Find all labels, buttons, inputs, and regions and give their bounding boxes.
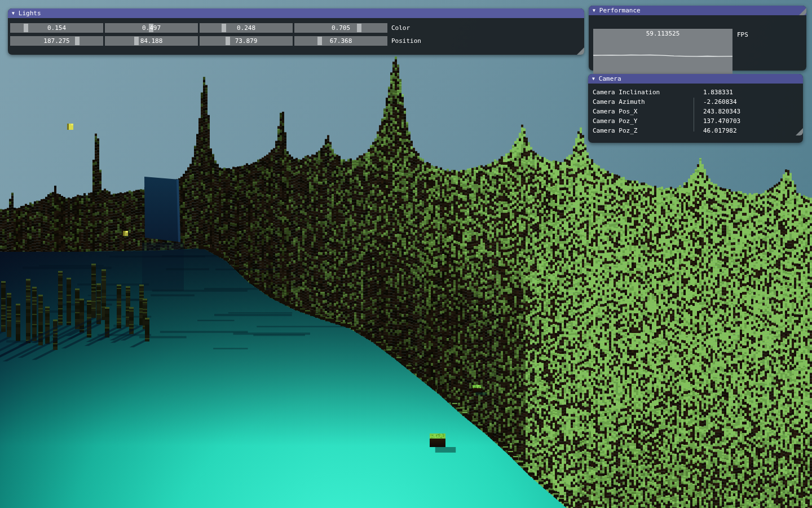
slider-value: 0.154 xyxy=(10,23,103,33)
color-slider-4[interactable]: 0.705 xyxy=(294,23,387,33)
slider-value: 73.879 xyxy=(200,36,293,46)
camera-row: Camera Pos_X 243.820343 xyxy=(588,107,803,116)
fps-label: FPS xyxy=(737,31,748,38)
fps-graph: 59.113525 xyxy=(593,29,732,75)
lights-title: Lights xyxy=(19,8,41,18)
collapse-icon[interactable]: ▼ xyxy=(592,74,595,84)
lights-position-row: 187.275 84.188 73.879 67.368 Position xyxy=(10,33,584,46)
position-slider-2[interactable]: 84.188 xyxy=(105,36,198,46)
position-slider-3[interactable]: 73.879 xyxy=(200,36,293,46)
camera-panel: ▼ Camera Camera Inclination 1.838331 Cam… xyxy=(588,74,803,143)
slider-value: 67.368 xyxy=(294,36,387,46)
color-row-label: Color xyxy=(391,23,410,33)
camera-row-value: 243.820343 xyxy=(694,108,740,115)
camera-row: Camera Poz_Z 46.017982 xyxy=(588,126,803,135)
resize-grip[interactable] xyxy=(577,47,584,55)
camera-row: Camera Inclination 1.838331 xyxy=(588,87,803,97)
performance-titlebar[interactable]: ▼ Performance xyxy=(589,6,806,15)
slider-value: 0.497 xyxy=(105,23,198,33)
slider-value: 84.188 xyxy=(105,36,198,46)
color-slider-3[interactable]: 0.248 xyxy=(200,23,293,33)
camera-divider xyxy=(694,98,694,132)
position-slider-4[interactable]: 67.368 xyxy=(294,36,387,46)
camera-row: Camera Azimuth -2.260834 xyxy=(588,97,803,107)
camera-row-value: 137.470703 xyxy=(694,117,740,125)
camera-titlebar[interactable]: ▼ Camera xyxy=(588,74,803,84)
lights-body: 0.154 0.497 0.248 0.705 Color 187.275 xyxy=(8,18,584,55)
camera-row-value: 46.017982 xyxy=(694,127,737,134)
camera-row-label: Camera Pos_X xyxy=(588,108,694,115)
position-slider-1[interactable]: 187.275 xyxy=(10,36,103,46)
lights-color-row: 0.154 0.497 0.248 0.705 Color xyxy=(10,18,584,33)
performance-title: Performance xyxy=(599,6,641,15)
collapse-icon[interactable]: ▼ xyxy=(593,6,595,15)
camera-row-label: Camera Azimuth xyxy=(588,98,694,106)
collapse-icon[interactable]: ▼ xyxy=(12,8,15,18)
camera-title: Camera xyxy=(599,74,621,84)
lights-panel: ▼ Lights 0.154 0.497 0.248 0.705 Color xyxy=(8,8,584,55)
camera-body: Camera Inclination 1.838331 Camera Azimu… xyxy=(588,84,803,135)
camera-row-label: Camera Inclination xyxy=(588,89,694,96)
slider-value: 0.248 xyxy=(200,23,293,33)
camera-row: Camera Poz_Y 137.470703 xyxy=(588,116,803,126)
lights-titlebar[interactable]: ▼ Lights xyxy=(8,8,584,18)
camera-row-value: -2.260834 xyxy=(694,98,737,106)
color-slider-1[interactable]: 0.154 xyxy=(10,23,103,33)
camera-row-value: 1.838331 xyxy=(694,89,733,96)
performance-panel: ▼ Performance 59.113525 FPS xyxy=(589,6,806,71)
camera-row-label: Camera Poz_Z xyxy=(588,127,694,134)
fps-sparkline-line xyxy=(593,55,732,56)
resize-grip[interactable] xyxy=(796,128,803,135)
resize-grip[interactable] xyxy=(799,8,806,15)
slider-value: 187.275 xyxy=(10,36,103,46)
position-row-label: Position xyxy=(391,36,421,46)
slider-value: 0.705 xyxy=(294,23,387,33)
camera-row-label: Camera Poz_Y xyxy=(588,117,694,125)
fps-value: 59.113525 xyxy=(593,30,732,37)
color-slider-2[interactable]: 0.497 xyxy=(105,23,198,33)
